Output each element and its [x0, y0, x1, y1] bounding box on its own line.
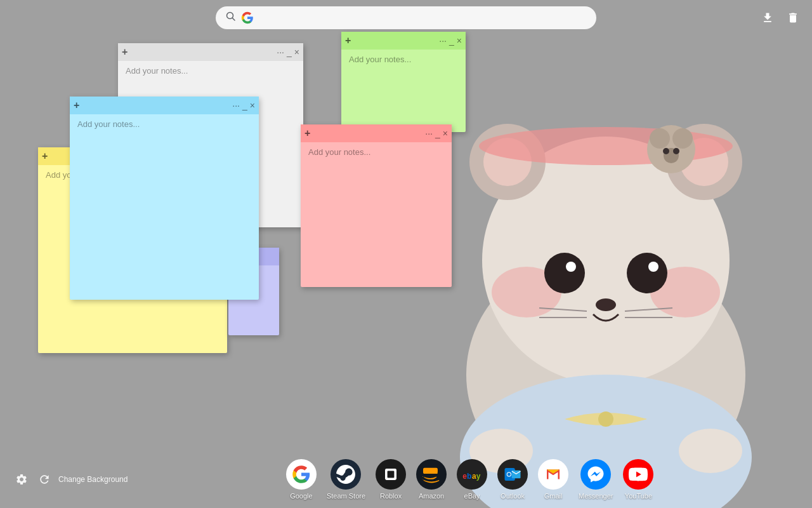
svg-line-29 — [233, 18, 235, 21]
dock-app-roblox[interactable]: Roblox — [376, 459, 406, 500]
note-4-header: + ··· _ × — [301, 124, 452, 142]
dock-app-gmail[interactable]: Gmail — [538, 459, 568, 500]
dock-label-gmail: Gmail — [544, 492, 563, 500]
dock-apps: Google Steam Store Roblox — [140, 459, 799, 500]
note-3-placeholder: Add your notes... — [77, 119, 140, 129]
svg-text:b: b — [467, 472, 471, 481]
refresh-button[interactable] — [36, 471, 53, 488]
dock-app-steam[interactable]: Steam Store — [327, 459, 365, 500]
note-4-close-btn[interactable]: × — [443, 128, 448, 138]
note-4-placeholder: Add your notes... — [308, 147, 370, 157]
sticky-note-2[interactable]: + ··· _ × Add your notes... — [341, 32, 466, 132]
dock-icon-steam[interactable] — [331, 459, 361, 490]
google-logo-search — [241, 11, 254, 24]
download-icon[interactable] — [759, 9, 776, 27]
dock-app-messenger[interactable]: Messenger — [579, 459, 613, 500]
top-bar — [0, 0, 812, 36]
dock-icon-google[interactable] — [286, 459, 317, 490]
settings-button[interactable] — [13, 471, 30, 488]
note-2-close-btn[interactable]: × — [457, 36, 462, 46]
svg-point-39 — [508, 473, 511, 476]
svg-point-16 — [627, 253, 667, 293]
dock-label-ebay: eBay — [464, 492, 480, 500]
dock-icon-roblox[interactable] — [376, 459, 406, 490]
note-1-menu-btn[interactable]: ··· — [277, 47, 284, 57]
note-4-menu-btn[interactable]: ··· — [425, 128, 433, 138]
svg-point-11 — [663, 148, 669, 154]
dock-label-google: Google — [290, 492, 312, 500]
dock-label-roblox: Roblox — [380, 492, 402, 500]
dock-label-outlook: Outlook — [501, 492, 525, 500]
dock-icon-gmail[interactable] — [538, 459, 568, 490]
note-3-menu-btn[interactable]: ··· — [232, 100, 240, 110]
svg-point-18 — [648, 262, 658, 272]
dock: Change Background Google Steam Store — [0, 451, 812, 508]
dock-app-google[interactable]: Google — [286, 459, 317, 500]
note-3-close-btn[interactable]: × — [250, 100, 255, 110]
svg-text:y: y — [476, 472, 481, 481]
note-2-body[interactable]: Add your notes... — [341, 50, 466, 132]
dock-left-controls: Change Background — [13, 471, 128, 488]
dock-label-youtube: YouTube — [625, 492, 652, 500]
dock-app-outlook[interactable]: Outlook — [497, 459, 528, 500]
note-3-header: + ··· _ × — [70, 97, 259, 114]
note-5-add-btn[interactable]: + — [42, 150, 48, 162]
dock-icon-amazon[interactable] — [416, 459, 447, 490]
note-4-min-btn[interactable]: _ — [435, 128, 440, 138]
svg-point-17 — [566, 262, 576, 272]
dock-app-ebay[interactable]: e b a y eBay — [457, 459, 487, 500]
dock-label-messenger: Messenger — [579, 492, 613, 500]
change-background-button[interactable]: Change Background — [58, 475, 128, 484]
note-2-menu-btn[interactable]: ··· — [439, 36, 447, 46]
svg-point-9 — [672, 128, 693, 149]
note-2-add-btn[interactable]: + — [345, 35, 351, 46]
svg-rect-31 — [388, 471, 395, 478]
trash-icon[interactable] — [784, 9, 802, 27]
dock-label-amazon: Amazon — [419, 492, 444, 500]
svg-point-12 — [673, 148, 679, 154]
note-1-header: + ··· _ × — [118, 43, 303, 61]
svg-point-19 — [596, 298, 616, 311]
note-1-close-btn[interactable]: × — [294, 47, 299, 57]
note-2-min-btn[interactable]: _ — [449, 36, 454, 46]
dock-app-amazon[interactable]: Amazon — [416, 459, 447, 500]
note-3-min-btn[interactable]: _ — [242, 100, 247, 110]
dock-icon-outlook[interactable] — [497, 459, 528, 490]
search-bar[interactable] — [216, 6, 596, 29]
svg-point-15 — [544, 253, 585, 293]
note-2-placeholder: Add your notes... — [349, 55, 411, 64]
note-1-add-btn[interactable]: + — [122, 46, 128, 58]
note-1-min-btn[interactable]: _ — [287, 47, 292, 57]
note-4-add-btn[interactable]: + — [304, 128, 310, 139]
note-3-body[interactable]: Add your notes... — [70, 114, 259, 300]
search-icon — [226, 11, 236, 24]
note-4-body[interactable]: Add your notes... — [301, 142, 452, 287]
svg-point-8 — [650, 128, 670, 149]
dock-icon-ebay[interactable]: e b a y — [457, 459, 487, 490]
top-right-icons — [759, 9, 802, 27]
dock-app-youtube[interactable]: YouTube — [623, 459, 653, 500]
dock-icon-messenger[interactable] — [580, 459, 611, 490]
svg-point-25 — [598, 411, 613, 427]
note-1-placeholder: Add your notes... — [126, 66, 188, 76]
sticky-note-3[interactable]: + ··· _ × Add your notes... — [70, 97, 259, 300]
sticky-note-4[interactable]: + ··· _ × Add your notes... — [301, 124, 452, 287]
note-3-add-btn[interactable]: + — [74, 100, 79, 111]
dock-icon-youtube[interactable] — [623, 459, 653, 490]
dock-label-steam: Steam Store — [327, 492, 365, 500]
